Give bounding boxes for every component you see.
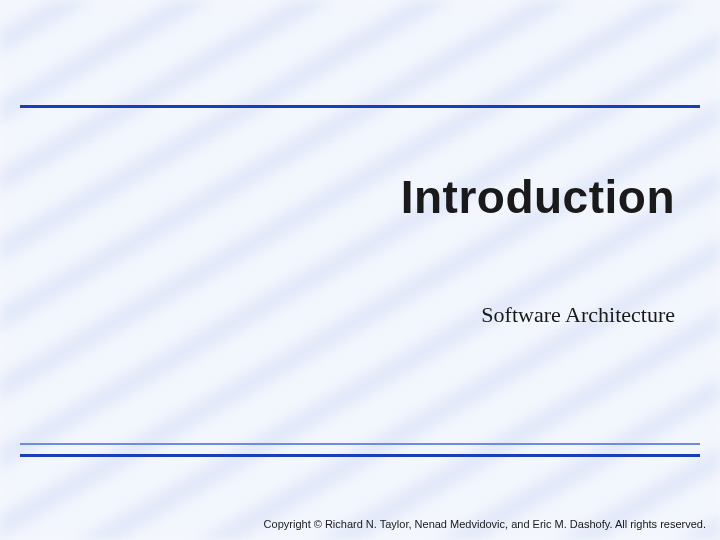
bottom-divider-light: [20, 443, 700, 445]
slide-subtitle: Software Architecture: [481, 302, 675, 328]
copyright-text: Copyright © Richard N. Taylor, Nenad Med…: [264, 518, 706, 530]
bottom-divider-dark: [20, 454, 700, 457]
slide-title: Introduction: [401, 170, 675, 224]
slide: Introduction Software Architecture Copyr…: [0, 0, 720, 540]
top-divider: [20, 105, 700, 108]
